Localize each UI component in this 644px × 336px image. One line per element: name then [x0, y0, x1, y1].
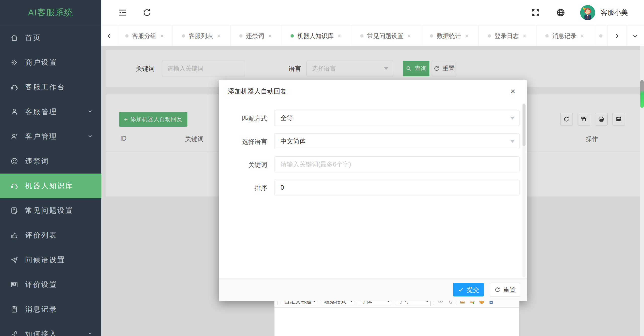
- tab-label: 客服分组: [132, 32, 156, 40]
- sidebar-item-message-records[interactable]: 消息记录: [0, 297, 101, 322]
- tab-robot-knowledge[interactable]: 机器人知识库 ×: [281, 25, 351, 46]
- tab-dot: [125, 34, 129, 38]
- sidebar-item-customer-management[interactable]: 客户管理: [0, 124, 101, 149]
- modal-keyword-field: [274, 156, 519, 172]
- close-icon[interactable]: ×: [268, 33, 272, 39]
- sidebar-item-review-list[interactable]: 评价列表: [0, 223, 101, 248]
- close-icon[interactable]: ×: [580, 33, 584, 39]
- sidebar-item-workbench[interactable]: 客服工作台: [0, 75, 101, 99]
- tab-agent-list[interactable]: 客服列表 ×: [173, 25, 230, 46]
- tab-faq-settings[interactable]: 常见问题设置 ×: [351, 25, 421, 46]
- submit-label: 提交: [467, 286, 479, 294]
- username[interactable]: 客服小美: [601, 0, 628, 25]
- modal-scrollbar-thumb[interactable]: [522, 104, 526, 146]
- chevron-right-icon: [614, 33, 620, 39]
- tabbar: 客服分组 × 客服列表 × 违禁词 × 机器人知识库 × 常见问题设置 × 数据…: [101, 25, 644, 46]
- add-auto-reply-modal: 添加机器人自动回复 × 匹配方式 全等 选择语言 中文简体 关键词 排序 问题回: [219, 80, 527, 301]
- tab-login-logs[interactable]: 登录日志 ×: [478, 25, 536, 46]
- modal-header: 添加机器人自动回复 ×: [219, 80, 527, 102]
- gear-icon: [10, 58, 19, 67]
- tab-message-records[interactable]: 消息记录 ×: [536, 25, 594, 46]
- close-icon[interactable]: ×: [337, 33, 342, 39]
- refresh-page-button[interactable]: [141, 6, 154, 19]
- close-icon[interactable]: ×: [407, 33, 411, 39]
- editor-content-area[interactable]: [274, 308, 519, 336]
- chevron-down-icon: [632, 33, 638, 39]
- refresh-icon: [142, 8, 152, 18]
- tab-agent-groups[interactable]: 客服分组 ×: [117, 25, 173, 46]
- sidebar-item-faq-settings[interactable]: 常见问题设置: [0, 198, 101, 223]
- close-icon[interactable]: ×: [464, 33, 469, 39]
- sidebar-item-merchant-settings[interactable]: 商户设置: [0, 50, 101, 75]
- chevron-down-icon: [87, 108, 93, 116]
- chevron-down-icon: [87, 330, 93, 336]
- modal-keyword-input[interactable]: [274, 157, 519, 172]
- fullscreen-button[interactable]: [529, 6, 542, 19]
- tabs-scroll-right-button[interactable]: [608, 25, 626, 46]
- sidebar-item-label: 商户设置: [25, 58, 57, 67]
- sidebar-item-home[interactable]: 首页: [0, 25, 101, 50]
- sidebar-item-label: 首页: [25, 33, 41, 43]
- page-scrollbar-thumb[interactable]: [640, 80, 644, 108]
- tab-banned-words[interactable]: 违禁词 ×: [230, 25, 281, 46]
- clipboard-icon: [10, 305, 19, 314]
- avatar[interactable]: [580, 5, 595, 20]
- users-icon: [10, 132, 19, 141]
- collapse-sidebar-button[interactable]: [116, 6, 129, 19]
- modal-close-button[interactable]: ×: [508, 86, 518, 96]
- sort-field: [274, 180, 519, 195]
- globe-icon: [556, 8, 566, 18]
- sort-input[interactable]: [274, 180, 519, 195]
- tab-label: 消息记录: [552, 32, 576, 40]
- sort-label: 排序: [224, 184, 267, 192]
- close-icon[interactable]: ×: [522, 33, 527, 39]
- sidebar-item-review-settings[interactable]: 评价设置: [0, 272, 101, 297]
- tabs-menu-button[interactable]: [626, 25, 644, 46]
- tab-label: 常见问题设置: [367, 32, 403, 40]
- submit-button[interactable]: 提交: [453, 283, 484, 296]
- sidebar-item-banned-words[interactable]: 违禁词: [0, 149, 101, 174]
- tab-dot: [182, 34, 185, 38]
- sad-face-icon: [10, 157, 19, 165]
- match-mode-select[interactable]: 全等: [274, 110, 519, 126]
- sidebar-item-label: 问候语设置: [25, 255, 65, 265]
- modal-language-select[interactable]: 中文简体: [274, 133, 519, 149]
- tab-dot: [488, 34, 491, 38]
- sidebar-item-label: 常见问题设置: [25, 206, 73, 215]
- headset-icon: [10, 83, 19, 91]
- tab-label: 违禁词: [246, 32, 264, 40]
- sidebar-item-robot-knowledge[interactable]: 机器人知识库: [0, 174, 101, 198]
- thumbs-up-icon: [10, 231, 19, 240]
- tab-dot: [430, 34, 433, 38]
- sidebar-item-label: 客服工作台: [25, 82, 65, 92]
- sidebar-item-label: 如何接入: [25, 329, 57, 336]
- sidebar-item-label: 评价设置: [25, 280, 57, 289]
- modal-body: 匹配方式 全等 选择语言 中文简体 关键词 排序 问题回复: [219, 102, 527, 278]
- sidebar-item-how-to-access[interactable]: 如何接入: [0, 322, 101, 336]
- user-icon: [10, 108, 19, 116]
- sidebar-item-label: 客服管理: [25, 107, 57, 117]
- close-icon[interactable]: ×: [216, 33, 221, 39]
- modal-reset-button[interactable]: 重置: [490, 283, 520, 296]
- close-icon[interactable]: ×: [160, 33, 164, 39]
- tab-data-statistics[interactable]: 数据统计 ×: [421, 25, 478, 46]
- modal-reset-label: 重置: [503, 286, 516, 294]
- sidebar-item-greeting-settings[interactable]: 问候语设置: [0, 248, 101, 272]
- topbar: 客服小美: [101, 0, 644, 25]
- tab-partial[interactable]: [594, 25, 608, 46]
- sidebar-item-agent-management[interactable]: 客服管理: [0, 99, 101, 124]
- sidebar-item-label: 消息记录: [25, 305, 57, 314]
- tabs-scroll-left-button[interactable]: [101, 25, 117, 46]
- chevron-down-icon: [87, 132, 93, 141]
- modal-title: 添加机器人自动回复: [228, 80, 287, 102]
- tab-dot-active: [291, 34, 294, 38]
- collapse-menu-icon: [117, 8, 128, 18]
- avatar-image: [580, 5, 595, 20]
- sidebar-item-label: 客户管理: [25, 132, 57, 141]
- sidebar-item-label: 机器人知识库: [25, 181, 73, 191]
- caret-down-icon: [510, 117, 515, 120]
- sidebar-item-label: 评价列表: [25, 230, 57, 240]
- language-globe-button[interactable]: [554, 6, 567, 19]
- reset-icon: [494, 286, 501, 293]
- modal-language-value: 中文简体: [274, 133, 519, 149]
